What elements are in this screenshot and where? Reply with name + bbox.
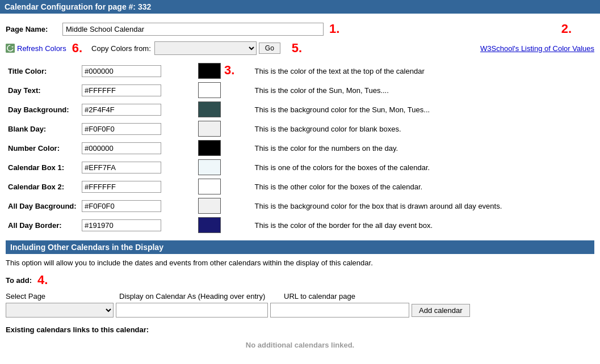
table-row: All Day Bacground:This is the background…	[6, 196, 594, 215]
color-label-5: Calendar Box 1:	[8, 163, 64, 172]
annotation-1: 1.	[329, 22, 339, 36]
color-desc-6: This is the other color for the boxes of…	[255, 183, 423, 191]
color-input-2[interactable]	[82, 104, 161, 116]
col3-label: URL to calendar page	[284, 292, 420, 300]
including-section-header: Including Other Calendars in the Display	[6, 240, 594, 254]
color-desc-7: This is the background color for the box…	[255, 202, 502, 210]
color-desc-4: This is the color for the numbers on the…	[255, 144, 398, 153]
page-name-label: Page Name:	[6, 25, 62, 33]
color-swatch-7	[198, 198, 221, 214]
annotation-6: 6.	[72, 41, 82, 56]
color-label-0: Title Color:	[8, 67, 47, 75]
color-label-2: Day Background:	[8, 105, 69, 114]
color-table: Title Color:3.This is the color of the t…	[6, 61, 594, 235]
refresh-icon	[6, 44, 15, 53]
color-input-7[interactable]	[82, 200, 161, 212]
display-as-input[interactable]	[116, 303, 268, 318]
color-desc-3: This is the background color for blank b…	[255, 125, 401, 133]
color-swatch-8	[198, 217, 221, 233]
color-swatch-5	[198, 159, 221, 175]
w3school-link[interactable]: W3School's Listing of Color Values	[480, 44, 594, 53]
existing-label: Existing calendars links to this calenda…	[6, 325, 594, 334]
header-bar: Calendar Configuration for page #: 332	[0, 0, 600, 14]
annotation-5: 5.	[292, 41, 302, 56]
color-label-7: All Day Bacground:	[8, 202, 77, 210]
select-page-dropdown[interactable]	[6, 303, 114, 318]
info-text: This option will allow you to include th…	[6, 259, 594, 267]
table-row: Number Color:This is the color for the n…	[6, 138, 594, 158]
color-input-1[interactable]	[82, 84, 161, 96]
table-row: Calendar Box 1:This is one of the colors…	[6, 158, 594, 177]
url-input[interactable]	[270, 303, 409, 318]
color-label-6: Calendar Box 2:	[8, 183, 64, 191]
table-row: All Day Border:This is the color of the …	[6, 215, 594, 235]
refresh-colors-link[interactable]: Refresh Colors	[6, 44, 66, 53]
refresh-label: Refresh Colors	[17, 44, 66, 53]
table-row: Day Text:This is the color of the Sun, M…	[6, 81, 594, 100]
color-swatch-4	[198, 140, 221, 156]
color-swatch-0	[198, 63, 221, 79]
color-desc-1: This is the color of the Sun, Mon, Tues.…	[255, 86, 389, 95]
color-label-8: All Day Border:	[8, 221, 62, 230]
color-input-6[interactable]	[82, 181, 161, 193]
col2-label: Display on Calendar As (Heading over ent…	[119, 292, 284, 300]
col1-label: Select Page	[6, 292, 119, 300]
add-calendar-button[interactable]: Add calendar	[412, 304, 470, 317]
table-row: Blank Day:This is the background color f…	[6, 119, 594, 138]
page-name-input[interactable]	[62, 23, 324, 36]
color-swatch-6	[198, 179, 221, 194]
to-add-label: To add:	[6, 276, 32, 285]
color-input-0[interactable]	[82, 65, 161, 77]
copy-colors-select[interactable]	[154, 41, 257, 55]
table-row: Title Color:3.This is the color of the t…	[6, 61, 594, 81]
color-input-8[interactable]	[82, 219, 161, 231]
annotation-4: 4.	[37, 273, 48, 287]
color-swatch-2	[198, 101, 221, 117]
table-row: Calendar Box 2:This is the other color f…	[6, 177, 594, 196]
color-label-3: Blank Day:	[8, 125, 46, 133]
no-calendars-text: No additional calendars linked.	[6, 341, 594, 349]
copy-colors-label: Copy Colors from:	[91, 44, 151, 53]
color-desc-5: This is one of the colors for the boxes …	[255, 163, 430, 172]
annotation-3: 3.	[221, 63, 234, 77]
color-swatch-3	[198, 121, 221, 137]
color-input-3[interactable]	[82, 123, 161, 135]
color-input-5[interactable]	[82, 162, 161, 173]
color-input-4[interactable]	[82, 142, 161, 154]
color-desc-8: This is the color of the border for the …	[255, 221, 433, 230]
color-label-1: Day Text:	[8, 86, 41, 95]
header-title: Calendar Configuration for page #: 332	[5, 2, 151, 11]
color-desc-0: This is the color of the text at the top…	[255, 67, 425, 75]
color-desc-2: This is the background color for the Sun…	[255, 105, 430, 114]
color-swatch-1	[198, 82, 221, 98]
table-row: Day Background:This is the background co…	[6, 100, 594, 119]
color-label-4: Number Color:	[8, 144, 60, 153]
annotation-2: 2.	[561, 22, 594, 36]
go-button[interactable]: Go	[259, 43, 280, 54]
